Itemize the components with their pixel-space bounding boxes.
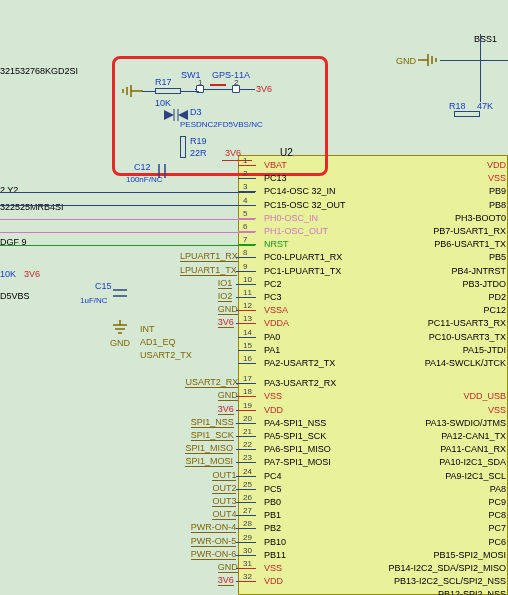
d3-body <box>160 108 192 122</box>
r18-val: 47K <box>477 101 493 111</box>
pin-name: PB0 <box>264 497 281 507</box>
pin-name: PA5-SPI1_SCK <box>264 431 326 441</box>
r17-val: 10K <box>155 98 171 108</box>
pin-name: VDD <box>264 405 283 415</box>
pin-name-right: PB6-USART1_TX <box>434 239 506 249</box>
pin-name: PC0-LPUART1_RX <box>264 252 342 262</box>
wire <box>440 60 508 61</box>
net-label: USART2_RX <box>185 377 238 388</box>
c12-body <box>152 164 172 178</box>
pin-name-right: PA11-CAN1_RX <box>440 444 506 454</box>
pin-name-right: PH3-BOOT0 <box>455 213 506 223</box>
r-left-val: 10K <box>0 269 16 279</box>
net-3v6-vbat: 3V6 <box>225 148 241 158</box>
net-label: OUT4 <box>212 509 236 520</box>
r19-val: 22R <box>190 148 207 158</box>
net-3v6-left: 3V6 <box>24 269 40 279</box>
pin-name: PC13 <box>264 173 287 183</box>
pin-name-right: PA13-SWDIO/JTMS <box>425 418 506 428</box>
pin-name: PB10 <box>264 537 286 547</box>
pin-name: VSS <box>264 563 282 573</box>
gnd-topright: GND <box>396 56 416 66</box>
svg-marker-5 <box>178 110 188 120</box>
wire <box>222 160 252 161</box>
pin-name: PA2-USART2_TX <box>264 358 335 368</box>
pin-name: VDDA <box>264 318 289 328</box>
y2-part: 322525MRB4SI <box>0 202 64 212</box>
pin-number: 5 <box>243 209 247 218</box>
pin-number: 12 <box>243 301 252 310</box>
pin-number: 4 <box>243 196 247 205</box>
pin-name: NRST <box>264 239 289 249</box>
pin-name-right: PB15-SPI2_MOSI <box>433 550 506 560</box>
net-label: SPI1_MISO <box>185 443 233 454</box>
pin-number: 27 <box>243 506 252 515</box>
gnd-label: GND <box>110 338 130 348</box>
pin-name-right: PC12 <box>483 305 506 315</box>
r19-ref: R19 <box>190 136 207 146</box>
net-label: LPUART1_RX <box>180 251 238 262</box>
net-usart2tx: USART2_TX <box>140 350 192 360</box>
pin-number: 3 <box>243 182 247 191</box>
net-label: GND <box>218 390 238 401</box>
pin-number: 13 <box>243 314 252 323</box>
pin-name-right: PA8 <box>490 484 506 494</box>
net-label: SPI1_MOSI <box>185 456 233 467</box>
wire <box>0 232 255 233</box>
net-label: OUT2 <box>212 483 236 494</box>
pin-name: VSS <box>264 391 282 401</box>
pin-name: PH1-OSC_OUT <box>264 226 328 236</box>
r17-ref: R17 <box>155 77 172 87</box>
y2-ref: 2 Y2 <box>0 185 18 195</box>
pin-number: 32 <box>243 572 252 581</box>
pin-number: 15 <box>243 341 252 350</box>
pin-number: 29 <box>243 533 252 542</box>
pin-name-right: PB3-JTDO <box>462 279 506 289</box>
net-label: 3V6 <box>218 575 234 586</box>
pin-name-right: VDD_USB <box>463 391 506 401</box>
wire <box>0 245 255 246</box>
pin-name: PC15-OSC 32_OUT <box>264 200 346 210</box>
gnd-icon <box>119 83 143 99</box>
net-int: INT <box>140 324 155 334</box>
pin-name-right: PB7-USART1_RX <box>433 226 506 236</box>
pin-name-right: VSS <box>488 405 506 415</box>
pin-name-right: PA10-I2C1_SDA <box>439 457 506 467</box>
pin-name: VBAT <box>264 160 287 170</box>
pin-name: PA4-SPI1_NSS <box>264 418 326 428</box>
bss-ref: BSS1 <box>474 34 497 44</box>
c15-ref: C15 <box>95 281 112 291</box>
pin-number: 30 <box>243 546 252 555</box>
pin-number: 31 <box>243 559 252 568</box>
pin-name-right: PB12-SPI2_NSS <box>438 589 506 595</box>
sw1-actuator <box>210 84 226 86</box>
net-label: OUT1 <box>212 470 236 481</box>
pin-number: 23 <box>243 453 252 462</box>
d3-val: PESDNC2FD5VBS/NC <box>180 120 263 129</box>
net-label: 3V6 <box>218 404 234 415</box>
pin-number: 2 <box>243 169 247 178</box>
pin-name-right: PB13-I2C2_SCL/SPI2_NSS <box>394 576 506 586</box>
pin-name: PC1-LPUART1_TX <box>264 266 341 276</box>
svg-marker-4 <box>164 110 174 120</box>
net-3v6-sw: 3V6 <box>256 84 272 94</box>
c12-ref: C12 <box>134 162 151 172</box>
pin-name-right: PB14-I2C2_SDA/SPI2_MISO <box>388 563 506 573</box>
wire <box>142 91 155 92</box>
r19-body <box>180 136 186 158</box>
net-label: PWR-ON-6 <box>191 549 237 560</box>
r18-ref: R18 <box>449 101 466 111</box>
pin-number: 20 <box>243 414 252 423</box>
net-ad1eq: AD1_EQ <box>140 337 176 347</box>
net-label: PWR-ON-5 <box>191 536 237 547</box>
pin-name-right: PB5 <box>489 252 506 262</box>
pin-name-right: PA14-SWCLK/JTCK <box>425 358 506 368</box>
pin-name: VDD <box>264 576 283 586</box>
pin-name: PA3-USART2_RX <box>264 378 336 388</box>
pin-name-right: PC7 <box>488 523 506 533</box>
r17-body <box>155 88 181 94</box>
pin-name-right: VDD <box>487 160 506 170</box>
net-label: SPI1_SCK <box>191 430 234 441</box>
net-label: IO1 <box>218 278 233 289</box>
pin-number: 24 <box>243 467 252 476</box>
